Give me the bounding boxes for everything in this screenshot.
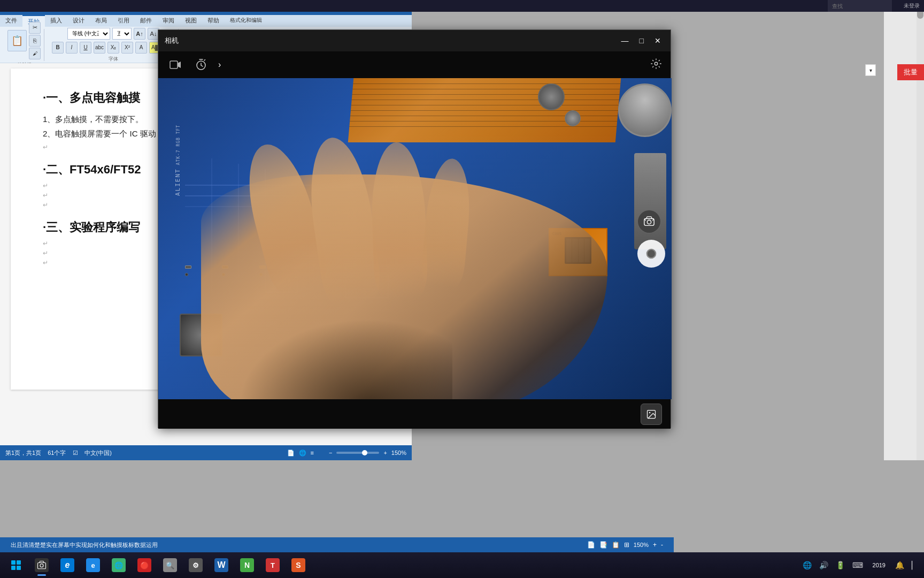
- batch-button[interactable]: 批量: [897, 64, 924, 80]
- zoom-plus-btn[interactable]: +: [383, 450, 387, 456]
- camera-app-icon: [35, 558, 49, 572]
- zoom-level: 150%: [391, 450, 406, 456]
- gallery-btn[interactable]: [641, 404, 662, 425]
- paste-btn[interactable]: 📋: [7, 30, 27, 51]
- font-format-row: B I U abc X₂ X² A A▓ A: [52, 42, 175, 54]
- taskbar-app11[interactable]: S: [287, 553, 310, 577]
- superscript-btn[interactable]: X²: [121, 42, 133, 54]
- tab-review[interactable]: 审阅: [157, 15, 180, 27]
- view-outline-btn[interactable]: ≡: [311, 450, 314, 456]
- view-btn-2[interactable]: 📑: [599, 541, 607, 549]
- clear-format-btn[interactable]: A: [135, 42, 147, 54]
- view-btn-4[interactable]: ⊞: [624, 541, 629, 549]
- font-size-up-btn[interactable]: A↑: [134, 28, 145, 40]
- notification-icon[interactable]: 🔔: [893, 560, 906, 571]
- font-label: 字体: [109, 56, 118, 63]
- font-name-select[interactable]: 等线 (中文正文: [67, 28, 110, 40]
- camera-right-buttons: [637, 210, 665, 268]
- zoom-in-btn[interactable]: +: [653, 541, 657, 549]
- format-painter-btn[interactable]: 🖌: [29, 48, 41, 59]
- switch-camera-btn[interactable]: [637, 210, 661, 233]
- tab-mail[interactable]: 邮件: [135, 15, 157, 27]
- svg-point-15: [648, 250, 655, 257]
- bottom-text: 出且清清楚楚实在屏幕中实现如何化和触摸板标数据运用: [11, 541, 158, 549]
- not-signed-label: 未登录: [904, 2, 920, 10]
- view-print-btn[interactable]: 📄: [287, 450, 295, 457]
- clipboard-group: 📋 ✂ ⎘ 🖌 粘贴板: [4, 29, 44, 61]
- taskbar-notes[interactable]: N: [235, 553, 259, 577]
- underline-btn[interactable]: U: [80, 42, 91, 54]
- show-desktop-btn[interactable]: ▏: [910, 560, 920, 571]
- cut-btn[interactable]: ✂: [29, 22, 41, 34]
- bold-btn[interactable]: B: [52, 42, 64, 54]
- start-button[interactable]: [4, 553, 28, 577]
- ribbon-tabs: 文件 开始 插入 设计 布局 引用 邮件 审阅 视图 帮助 格式化和编辑: [0, 15, 412, 27]
- battery-icon[interactable]: 🔋: [834, 560, 847, 571]
- dropdown-btn[interactable]: ▾: [865, 64, 876, 76]
- timer-btn[interactable]: [192, 56, 210, 73]
- tab-insert[interactable]: 插入: [45, 15, 67, 27]
- large-component: [180, 314, 222, 356]
- tab-view[interactable]: 视图: [180, 15, 202, 27]
- camera-settings-btn[interactable]: [650, 58, 662, 72]
- taskbar-edge[interactable]: e: [56, 553, 79, 577]
- camera-minimize-btn[interactable]: —: [618, 35, 632, 46]
- zoom-out-btn[interactable]: -: [661, 541, 663, 549]
- notes-icon: N: [240, 558, 254, 572]
- smd-2: [222, 265, 228, 269]
- search-app-icon: 🔍: [163, 558, 177, 572]
- tab-references[interactable]: 引用: [112, 15, 135, 27]
- tab-help[interactable]: 帮助: [202, 15, 225, 27]
- svg-point-3: [654, 62, 658, 65]
- taskbar-app5[interactable]: 🔴: [133, 553, 156, 577]
- font-size-select[interactable]: 五号: [112, 28, 132, 40]
- word-statusbar: 第1页，共1页 61个字 ☑ 中文(中国) 📄 🌐 ≡ − + 150%: [0, 445, 412, 460]
- svg-marker-1: [178, 62, 181, 68]
- subscript-btn[interactable]: X₂: [107, 42, 119, 54]
- bottom-zoom: 150%: [634, 542, 649, 548]
- taskbar-word[interactable]: W: [210, 553, 233, 577]
- view-btn-1[interactable]: 📄: [587, 541, 595, 549]
- keyboard-icon[interactable]: ⌨: [850, 560, 865, 571]
- volume-icon[interactable]: 🔊: [817, 560, 830, 571]
- taskbar-ie[interactable]: e: [81, 553, 105, 577]
- tab-layout[interactable]: 布局: [90, 15, 112, 27]
- bottom-statusbar: 出且清清楚楚实在屏幕中实现如何化和触摸板标数据运用 📄 📑 📋 ⊞ 150% +…: [0, 537, 674, 552]
- taskbar-time[interactable]: 2019: [868, 560, 890, 571]
- app5-icon: 🔴: [137, 558, 151, 572]
- zoom-slider-thumb: [362, 450, 367, 455]
- small-components-grid: [185, 265, 292, 276]
- search-input[interactable]: [828, 0, 892, 12]
- char-count: 61个字: [48, 449, 66, 457]
- network-icon[interactable]: 🌐: [800, 560, 814, 571]
- win-sq-2: [17, 560, 21, 565]
- video-mode-btn[interactable]: [167, 56, 184, 73]
- tab-design[interactable]: 设计: [67, 15, 90, 27]
- settings-area: [650, 58, 662, 72]
- spell-check: ☑: [73, 450, 78, 457]
- taskbar-search-app[interactable]: 🔍: [158, 553, 182, 577]
- page-count: 第1页，共1页: [5, 449, 41, 457]
- expand-options-btn[interactable]: ›: [218, 60, 221, 70]
- svg-rect-0: [170, 61, 178, 69]
- camera-maximize-btn[interactable]: □: [636, 35, 647, 46]
- copy-btn[interactable]: ⎘: [29, 35, 41, 47]
- italic-btn[interactable]: I: [66, 42, 78, 54]
- camera-title: 相机: [165, 36, 179, 45]
- spell-icon: ☑: [73, 450, 78, 457]
- zoom-minus-btn[interactable]: −: [329, 450, 332, 456]
- strikethrough-btn[interactable]: abc: [94, 42, 105, 54]
- view-web-btn[interactable]: 🌐: [299, 450, 306, 457]
- taskbar-settings[interactable]: ⚙: [184, 553, 207, 577]
- camera-close-btn[interactable]: ✕: [651, 35, 664, 46]
- view-btn-3[interactable]: 📋: [612, 541, 620, 549]
- taskbar-terminal[interactable]: T: [261, 553, 284, 577]
- taskbar-browser2[interactable]: 🌐: [107, 553, 130, 577]
- tab-format[interactable]: 格式化和编辑: [225, 15, 267, 27]
- circuit-traces: [158, 78, 672, 399]
- capture-btn[interactable]: [637, 240, 665, 268]
- taskbar-camera[interactable]: [30, 553, 53, 577]
- zoom-slider[interactable]: [336, 452, 379, 454]
- camera-toolbar-left: ›: [167, 56, 221, 73]
- windows-topbar: 未登录: [0, 0, 924, 12]
